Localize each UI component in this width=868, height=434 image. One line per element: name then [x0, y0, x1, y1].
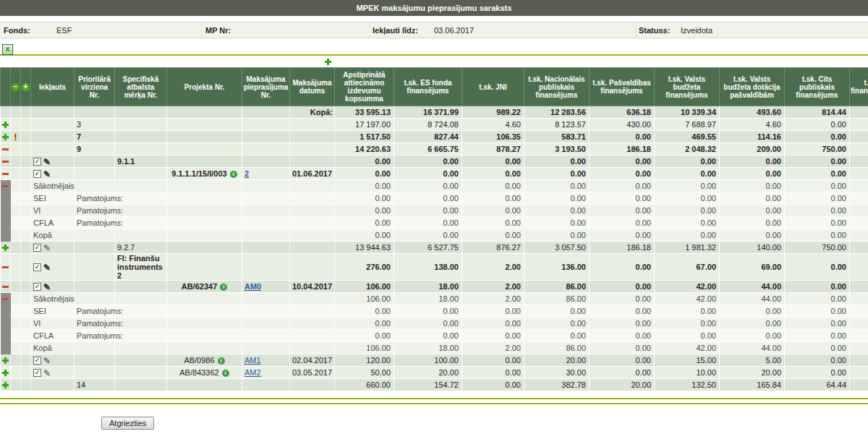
edit-pencil-icon[interactable]: ✎ — [43, 283, 51, 292]
cell-ieklauts — [31, 379, 75, 391]
included-checkbox[interactable]: ✓ — [33, 283, 41, 291]
info-icon[interactable]: i — [220, 284, 227, 291]
cell-c1 — [11, 156, 21, 168]
cell-v3: 0.00 — [524, 180, 590, 192]
cell-projekts — [167, 342, 242, 354]
collapse-group-icon[interactable] — [2, 298, 9, 300]
cell-mp — [242, 305, 290, 318]
cell-projekts — [167, 305, 242, 318]
expand-all-icon[interactable]: + — [22, 83, 30, 91]
cell-c1 — [11, 217, 21, 229]
expand-row-icon[interactable] — [2, 382, 9, 388]
table-row: SEIPamatojums:0.000.000.000.000.000.000.… — [1, 192, 868, 205]
cell-v3: 8 123.57 — [524, 119, 590, 131]
cell-c2 — [21, 254, 31, 281]
collapse-row-icon[interactable] — [2, 161, 9, 163]
table-row: 914 220.636 665.75878.273 193.50186.182 … — [1, 143, 868, 156]
add-row-icon[interactable] — [325, 59, 331, 65]
cell-v7: 0.00 — [785, 168, 850, 180]
cell-v6: 165.84 — [720, 379, 785, 391]
cell-v0: 0.00 — [335, 318, 394, 330]
cell-c0 — [1, 119, 11, 131]
cell-c0 — [1, 131, 11, 143]
info-icon[interactable]: i — [218, 357, 225, 365]
expand-row-icon[interactable] — [2, 370, 9, 376]
cell-ieklauts: ✓✎ — [31, 242, 75, 254]
cell-projekts: AB/0986i — [167, 354, 242, 367]
collapse-row-icon[interactable] — [2, 286, 9, 288]
info-icon[interactable]: i — [230, 171, 237, 178]
cell-ieklauts: ✓✎ — [31, 367, 75, 379]
cell-ieklauts: ✓✎ — [31, 281, 75, 293]
cell-v8 — [850, 318, 868, 330]
edit-pencil-icon[interactable]: ✎ — [43, 170, 51, 179]
collapse-row-icon[interactable] — [2, 173, 9, 175]
cell-v3: 30.00 — [524, 367, 590, 379]
cell-v8 — [850, 168, 868, 180]
cell-v1: 20.00 — [394, 367, 462, 379]
back-button[interactable]: Atgriezties — [101, 417, 154, 430]
cell-v1: 6 665.75 — [394, 143, 462, 156]
edit-pencil-icon[interactable]: ✎ — [43, 244, 51, 252]
mp-number-link[interactable]: AM1 — [244, 356, 261, 365]
cell-v2: 0.00 — [462, 354, 524, 367]
edit-pencil-icon[interactable]: ✎ — [43, 369, 51, 378]
warning-icon: ! — [14, 133, 17, 142]
included-checkbox[interactable]: ✓ — [33, 158, 41, 166]
cell-c1 — [11, 192, 21, 205]
cell-mp — [242, 106, 290, 119]
cell-projekts — [167, 379, 242, 391]
cell-projekts — [167, 192, 242, 205]
expand-row-icon[interactable] — [2, 244, 9, 251]
mp-number-link[interactable]: AM0 — [244, 282, 261, 291]
cell-v1: 0.00 — [394, 318, 462, 330]
cell-projekts — [167, 143, 242, 156]
cell-c0 — [1, 156, 11, 168]
mp-number-link[interactable]: AM2 — [244, 368, 261, 377]
excel-export-icon[interactable]: X — [2, 44, 13, 55]
cell-specifiska — [115, 229, 167, 242]
cell-v8 — [850, 293, 868, 305]
cell-datums — [290, 293, 335, 305]
collapse-row-icon[interactable] — [2, 148, 9, 150]
cell-v0: 106.00 — [335, 281, 394, 293]
collapse-all-icon[interactable]: − — [12, 83, 20, 91]
included-checkbox[interactable]: ✓ — [33, 357, 41, 365]
expand-row-icon[interactable] — [2, 122, 9, 128]
table-row: Kopā106.0018.002.0086.000.0042.0044.000.… — [1, 342, 868, 354]
cell-prioritara — [75, 180, 115, 192]
collapse-row-icon[interactable] — [2, 266, 9, 268]
included-checkbox[interactable]: ✓ — [33, 170, 41, 178]
mp-number-link[interactable]: 2 — [244, 169, 249, 178]
edit-pencil-icon[interactable]: ✎ — [43, 263, 51, 272]
column-header-v8: t.sk. finansējums — [850, 68, 868, 106]
edit-pencil-icon[interactable]: ✎ — [43, 357, 51, 365]
cell-v5: 0.00 — [655, 330, 720, 342]
included-checkbox[interactable]: ✓ — [33, 369, 41, 377]
cell-v7: 0.00 — [785, 318, 850, 330]
cell-v5: 0.00 — [655, 229, 720, 242]
cell-datums — [290, 119, 335, 131]
collapse-group-icon[interactable] — [2, 185, 9, 187]
cell-v4: 0.00 — [590, 367, 655, 379]
edit-pencil-icon[interactable]: ✎ — [43, 158, 51, 166]
expand-row-icon[interactable] — [2, 134, 9, 140]
cell-v2: 2.00 — [462, 254, 524, 281]
cell-c2 — [21, 379, 31, 391]
cell-datums — [290, 229, 335, 242]
expand-row-icon[interactable] — [2, 357, 9, 364]
cell-projekts — [167, 106, 242, 119]
cell-ieklauts — [31, 106, 75, 119]
info-icon[interactable]: i — [222, 370, 229, 377]
cell-ieklauts: Kopā — [31, 229, 75, 242]
cell-v2: 0.00 — [462, 318, 524, 330]
cell-prioritara — [75, 229, 115, 242]
included-checkbox[interactable]: ✓ — [33, 244, 41, 252]
column-header-projekts: Projekta Nr. — [167, 68, 242, 106]
cell-prioritara: Pamatojums: — [75, 330, 115, 342]
cell-c2 — [21, 131, 31, 143]
cell-v7: 0.00 — [785, 131, 850, 143]
included-checkbox[interactable]: ✓ — [33, 263, 41, 271]
cell-v7: 0.00 — [785, 119, 850, 131]
cell-v6: 0.00 — [720, 180, 785, 192]
